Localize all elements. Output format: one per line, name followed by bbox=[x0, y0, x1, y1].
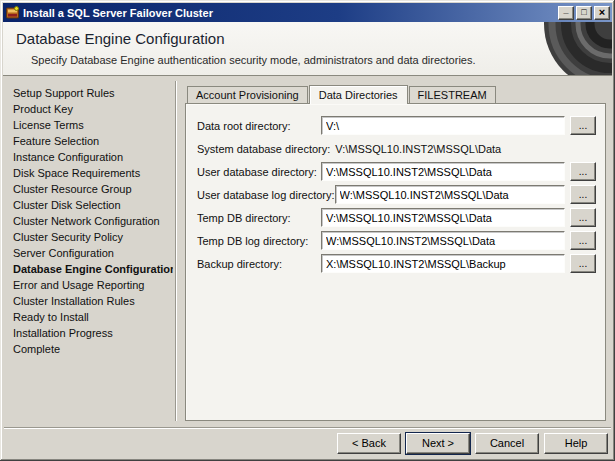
data-root-directory-label: Data root directory: bbox=[197, 120, 321, 132]
sidebar-item-disk-space-requirements: Disk Space Requirements bbox=[11, 165, 171, 181]
data-root-directory-browse-button[interactable]: ... bbox=[570, 116, 596, 135]
field-row-temp-db-log-directory: Temp DB log directory:... bbox=[197, 230, 596, 251]
page-subtitle: Specify Database Engine authentication s… bbox=[3, 47, 612, 66]
system-database-directory-label: System database directory: bbox=[197, 143, 330, 155]
user-database-directory-input[interactable] bbox=[321, 162, 565, 181]
maximize-button[interactable]: □ bbox=[576, 6, 592, 20]
tab-strip: Account ProvisioningData DirectoriesFILE… bbox=[185, 83, 606, 103]
user-database-log-directory-input[interactable] bbox=[335, 185, 565, 204]
cancel-button[interactable]: Cancel bbox=[475, 433, 539, 454]
sidebar-item-cluster-resource-group: Cluster Resource Group bbox=[11, 181, 171, 197]
sidebar-item-cluster-installation-rules: Cluster Installation Rules bbox=[11, 293, 171, 309]
sidebar-item-error-and-usage-reporting: Error and Usage Reporting bbox=[11, 277, 171, 293]
tab-data-directories[interactable]: Data Directories bbox=[309, 85, 408, 104]
backup-directory-label: Backup directory: bbox=[197, 258, 321, 270]
next-button[interactable]: Next > bbox=[406, 433, 470, 454]
user-database-directory-label: User database directory: bbox=[197, 166, 321, 178]
window-controls: _ □ × bbox=[558, 6, 610, 20]
field-row-system-database-directory: System database directory:V:\MSSQL10.INS… bbox=[197, 138, 596, 159]
sidebar-item-cluster-security-policy: Cluster Security Policy bbox=[11, 229, 171, 245]
sidebar-item-setup-support-rules: Setup Support Rules bbox=[11, 85, 171, 101]
back-button[interactable]: < Back bbox=[337, 433, 401, 454]
data-directories-panel: Data root directory:...System database d… bbox=[185, 103, 606, 421]
window-title: Install a SQL Server Failover Cluster bbox=[23, 7, 554, 19]
temp-db-log-directory-input[interactable] bbox=[321, 231, 565, 250]
user-database-log-directory-label: User database log directory: bbox=[197, 189, 335, 201]
backup-directory-browse-button[interactable]: ... bbox=[570, 254, 596, 273]
temp-db-directory-browse-button[interactable]: ... bbox=[570, 208, 596, 227]
titlebar: Install a SQL Server Failover Cluster _ … bbox=[3, 3, 612, 22]
tab-filestream[interactable]: FILESTREAM bbox=[409, 86, 496, 103]
field-row-data-root-directory: Data root directory:... bbox=[197, 115, 596, 136]
close-button[interactable]: × bbox=[594, 6, 610, 20]
field-row-user-database-directory: User database directory:... bbox=[197, 161, 596, 182]
sidebar-item-installation-progress: Installation Progress bbox=[11, 325, 171, 341]
field-row-user-database-log-directory: User database log directory:... bbox=[197, 184, 596, 205]
installer-icon bbox=[6, 6, 19, 19]
backup-directory-input[interactable] bbox=[321, 254, 565, 273]
sidebar-item-database-engine-configuration: Database Engine Configuration bbox=[11, 261, 171, 277]
header: Database Engine Configuration Specify Da… bbox=[3, 22, 612, 76]
field-row-backup-directory: Backup directory:... bbox=[197, 253, 596, 274]
minimize-icon: _ bbox=[563, 5, 568, 16]
temp-db-directory-label: Temp DB directory: bbox=[197, 212, 321, 224]
sidebar-item-cluster-network-configuration: Cluster Network Configuration bbox=[11, 213, 171, 229]
sidebar-item-product-key: Product Key bbox=[11, 101, 171, 117]
close-icon: × bbox=[599, 7, 605, 18]
user-database-log-directory-browse-button[interactable]: ... bbox=[570, 185, 596, 204]
sidebar-item-license-terms: License Terms bbox=[11, 117, 171, 133]
temp-db-directory-input[interactable] bbox=[321, 208, 565, 227]
system-database-directory-value: V:\MSSQL10.INST2\MSSQL\Data bbox=[330, 143, 565, 155]
footer-buttons: < BackNext >CancelHelp bbox=[4, 427, 611, 458]
sidebar-item-complete: Complete bbox=[11, 341, 171, 357]
minimize-button[interactable]: _ bbox=[558, 6, 574, 20]
sidebar-item-ready-to-install: Ready to Install bbox=[11, 309, 171, 325]
page-title: Database Engine Configuration bbox=[3, 22, 612, 47]
sidebar-item-feature-selection: Feature Selection bbox=[11, 133, 171, 149]
body: Setup Support RulesProduct KeyLicense Te… bbox=[3, 76, 612, 427]
field-row-temp-db-directory: Temp DB directory:... bbox=[197, 207, 596, 228]
help-button[interactable]: Help bbox=[544, 433, 608, 454]
data-root-directory-input[interactable] bbox=[321, 116, 565, 135]
maximize-icon: □ bbox=[581, 7, 586, 18]
sidebar-nav: Setup Support RulesProduct KeyLicense Te… bbox=[9, 81, 173, 421]
user-database-directory-browse-button[interactable]: ... bbox=[570, 162, 596, 181]
temp-db-log-directory-label: Temp DB log directory: bbox=[197, 235, 321, 247]
fields-container: Data root directory:...System database d… bbox=[186, 104, 605, 274]
installer-window: Install a SQL Server Failover Cluster _ … bbox=[0, 0, 615, 461]
temp-db-log-directory-browse-button[interactable]: ... bbox=[570, 231, 596, 250]
sidebar-item-instance-configuration: Instance Configuration bbox=[11, 149, 171, 165]
tab-account-provisioning[interactable]: Account Provisioning bbox=[187, 86, 308, 103]
sidebar-item-server-configuration: Server Configuration bbox=[11, 245, 171, 261]
main-area: Account ProvisioningData DirectoriesFILE… bbox=[177, 81, 606, 421]
sidebar-item-cluster-disk-selection: Cluster Disk Selection bbox=[11, 197, 171, 213]
